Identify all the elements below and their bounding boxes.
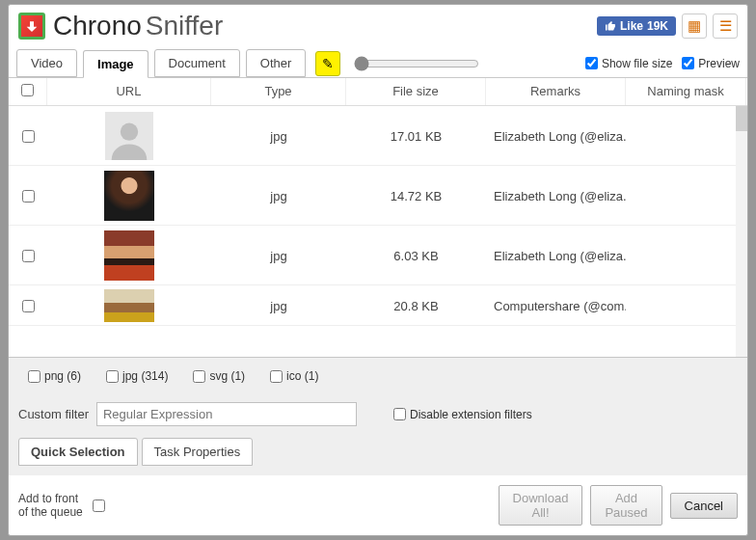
thumbnail[interactable] — [101, 170, 157, 222]
cell-size: 17.01 KB — [346, 125, 486, 148]
row-checkbox[interactable] — [22, 250, 35, 262]
custom-filter-input[interactable] — [96, 402, 357, 426]
tab-task-properties[interactable]: Task Properties — [142, 438, 254, 466]
table-body[interactable]: jpg 17.01 KB Elizabeth Long (@eliza... j… — [9, 106, 747, 357]
header: Chrono Sniffer Like 19K ▦ ☰ — [9, 5, 747, 49]
thumbnail[interactable] — [101, 230, 157, 282]
add-front-checkbox[interactable] — [93, 500, 105, 512]
scrollbar-thumb[interactable] — [736, 106, 747, 131]
filter-svg[interactable]: svg (1) — [193, 369, 245, 383]
like-label: Like — [620, 19, 643, 33]
thumbnail[interactable] — [101, 110, 157, 162]
edit-button[interactable]: ✎ — [315, 51, 340, 76]
cell-remarks: Elizabeth Long (@eliza... — [486, 185, 626, 207]
filter-jpg-checkbox[interactable] — [106, 370, 119, 383]
row-checkbox[interactable] — [22, 300, 35, 312]
category-tabs: Video Image Document Other — [16, 49, 306, 77]
col-type[interactable]: Type — [211, 78, 346, 105]
cell-type: jpg — [211, 245, 346, 267]
fb-like-button[interactable]: Like 19K — [597, 16, 676, 36]
table-row[interactable]: jpg 14.72 KB Elizabeth Long (@eliza... — [9, 166, 747, 226]
tab-image[interactable]: Image — [83, 50, 148, 78]
scrollbar-track[interactable] — [736, 106, 747, 357]
row-checkbox[interactable] — [22, 190, 35, 202]
cell-type: jpg — [211, 185, 346, 207]
cell-type: jpg — [211, 295, 346, 317]
cell-type: jpg — [211, 125, 346, 148]
cell-size: 14.72 KB — [346, 185, 486, 207]
thumb-up-icon — [605, 20, 616, 32]
add-paused-button[interactable]: Add Paused — [590, 485, 662, 526]
avatar-placeholder-icon — [108, 118, 150, 160]
filters-panel: png (6) jpg (314) svg (1) ico (1) Custom… — [9, 357, 747, 475]
filter-jpg[interactable]: jpg (314) — [106, 369, 168, 383]
table-row[interactable]: jpg 17.01 KB Elizabeth Long (@eliza... — [9, 106, 747, 166]
cell-mask — [626, 252, 746, 259]
show-file-size-label: Show file size — [602, 57, 672, 70]
app-logo-icon — [18, 13, 45, 40]
cell-size: 6.03 KB — [346, 245, 486, 267]
cell-mask — [626, 132, 746, 140]
preview-option[interactable]: Preview — [682, 57, 740, 70]
table-header: URL Type File size Remarks Naming mask — [9, 78, 747, 106]
footer: Add to front of the queue Download All! … — [9, 475, 747, 535]
app-title-sub: Sniffer — [146, 11, 223, 41]
filter-ico-checkbox[interactable] — [270, 370, 283, 383]
col-remarks[interactable]: Remarks — [486, 78, 626, 105]
app-title-main: Chrono — [53, 11, 142, 41]
thumbnail-size-slider[interactable] — [354, 56, 479, 71]
list-view-button[interactable]: ☰ — [713, 14, 738, 39]
toolbar: Video Image Document Other ✎ Show file s… — [9, 49, 747, 78]
preview-label: Preview — [698, 57, 740, 70]
col-mask[interactable]: Naming mask — [626, 78, 746, 105]
filter-ico[interactable]: ico (1) — [270, 369, 318, 383]
custom-filter-label: Custom filter — [18, 407, 89, 421]
row-checkbox[interactable] — [22, 130, 35, 143]
cell-remarks: Elizabeth Long (@eliza... — [486, 245, 626, 267]
svg-point-0 — [121, 123, 138, 141]
col-filesize[interactable]: File size — [346, 78, 486, 105]
tab-document[interactable]: Document — [154, 49, 240, 77]
preview-checkbox[interactable] — [682, 57, 694, 69]
disable-ext-checkbox[interactable] — [393, 408, 406, 420]
cell-mask — [626, 192, 746, 200]
cell-mask — [626, 302, 746, 310]
col-url[interactable]: URL — [47, 78, 211, 105]
thumbnail[interactable] — [101, 289, 157, 322]
show-file-size-option[interactable]: Show file size — [585, 57, 672, 70]
disable-ext-option[interactable]: Disable extension filters — [393, 408, 532, 421]
tab-other[interactable]: Other — [246, 49, 307, 77]
cell-size: 20.8 KB — [346, 295, 486, 317]
download-all-button[interactable]: Download All! — [499, 485, 583, 526]
cell-remarks: Computershare (@com... — [486, 295, 626, 317]
filter-svg-checkbox[interactable] — [193, 370, 205, 383]
tab-video[interactable]: Video — [16, 49, 77, 77]
cell-remarks: Elizabeth Long (@eliza... — [486, 125, 626, 148]
table-row[interactable]: jpg 20.8 KB Computershare (@com... — [9, 285, 747, 326]
filter-png-checkbox[interactable] — [28, 370, 40, 383]
add-front-label: Add to front of the queue — [18, 492, 85, 519]
select-all-checkbox[interactable] — [21, 84, 34, 96]
like-count: 19K — [647, 19, 668, 33]
show-file-size-checkbox[interactable] — [585, 57, 598, 69]
filter-png[interactable]: png (6) — [28, 369, 81, 383]
tab-quick-selection[interactable]: Quick Selection — [18, 438, 138, 466]
table-row[interactable]: jpg 6.03 KB Elizabeth Long (@eliza... — [9, 226, 747, 285]
cancel-button[interactable]: Cancel — [670, 493, 738, 519]
grid-view-button[interactable]: ▦ — [682, 14, 707, 39]
